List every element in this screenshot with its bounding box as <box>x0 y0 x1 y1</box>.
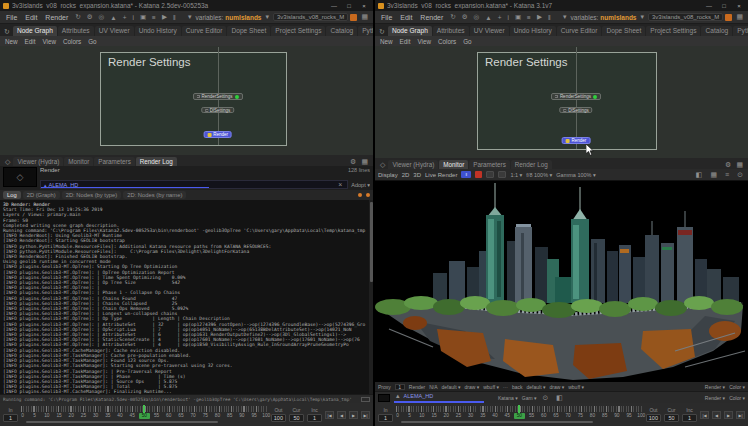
timeline[interactable]: In 1 05101520253035404550556065707580859… <box>0 403 373 426</box>
snapshot-icon[interactable] <box>540 394 550 402</box>
frame-ruler[interactable]: 0510152025303540455055606570758085909510… <box>21 405 268 424</box>
node-flag-icon[interactable] <box>197 95 200 98</box>
jump-start-button[interactable]: |◀ <box>325 411 334 419</box>
inc-field[interactable]: 1 <box>307 414 322 422</box>
frame-ruler[interactable]: 0510152025303540455055606570758085909510… <box>396 405 643 424</box>
pane-gear-icon[interactable] <box>723 161 733 169</box>
jump-end-button[interactable]: ▶| <box>736 411 745 419</box>
pane-icon[interactable] <box>3 158 12 166</box>
frame-number[interactable]: 15 <box>429 413 440 419</box>
layout-grid-icon[interactable] <box>359 13 370 21</box>
frame-number[interactable]: 80 <box>587 413 598 419</box>
viewer-control[interactable]: draw ▾ <box>549 384 564 390</box>
pane-tab[interactable]: Monitor <box>64 157 93 166</box>
display-menu[interactable]: Display <box>378 172 398 178</box>
timeline[interactable]: In 1 05101520253035404550556065707580859… <box>375 403 748 426</box>
frame-number[interactable]: 95 <box>249 413 260 419</box>
inc-field[interactable]: 1 <box>682 414 697 422</box>
viewer-control[interactable]: back <box>512 384 523 390</box>
maximize-button[interactable]: □ <box>718 1 730 11</box>
flag-icon[interactable]: ▣ <box>138 13 148 21</box>
pane-tab[interactable]: Parameters <box>469 160 510 169</box>
timeline-zoombar[interactable] <box>26 421 219 424</box>
frame-number[interactable]: 35 <box>477 413 488 419</box>
log-tab[interactable]: 2D (Graph) <box>23 191 60 199</box>
info-icon[interactable]: i <box>506 14 511 21</box>
filename-chip[interactable]: 3v3islands_v08_rocks_M <box>273 13 348 21</box>
pane-tab[interactable]: Viewer (Hydra) <box>13 157 63 166</box>
viewer-control[interactable]: Render ▾ <box>705 384 725 390</box>
panel-menu-item[interactable]: Edit <box>25 38 36 45</box>
frame-number[interactable]: 35 <box>102 413 113 419</box>
node-render[interactable]: Render <box>203 131 232 138</box>
status-dropdown[interactable]: Render ▾ <box>705 395 725 401</box>
render-thumbnail[interactable] <box>378 394 390 402</box>
log-scrollbar[interactable] <box>369 200 373 394</box>
node-flag-icon[interactable] <box>563 109 566 112</box>
render-status-icon[interactable] <box>725 14 732 21</box>
pane-tab[interactable]: Parameters <box>94 157 135 166</box>
main-tab[interactable]: Curve Editor <box>557 26 602 36</box>
play-button[interactable]: ▶ <box>349 411 358 419</box>
render-status-icon[interactable] <box>350 14 357 21</box>
log-filter-icon[interactable] <box>358 193 362 197</box>
node-rendersettings[interactable]: RenderSettings <box>551 93 601 100</box>
render-viewport[interactable] <box>375 181 748 382</box>
pane-icon[interactable] <box>378 161 387 169</box>
exposure-dropdown[interactable]: f/8 100% ▾ <box>526 172 552 178</box>
view-flag-led-icon[interactable] <box>235 95 239 99</box>
frame-number[interactable]: 20 <box>66 413 77 419</box>
live-render-label[interactable]: Live Render <box>425 172 457 178</box>
pause-icon[interactable]: ‖ <box>546 14 553 21</box>
log-options-icon[interactable] <box>366 193 370 197</box>
pane-tab[interactable]: Viewer (Hydra) <box>388 160 438 169</box>
frame-number[interactable]: 55 <box>526 413 537 419</box>
frame-number[interactable]: 25 <box>78 413 89 419</box>
main-tab[interactable]: Undo History <box>510 26 556 36</box>
render-play-icon[interactable]: ▶ <box>160 13 169 21</box>
node-dlsettings[interactable]: DlSettings <box>201 107 235 113</box>
add-icon[interactable]: + <box>496 14 504 21</box>
add-icon[interactable]: + <box>121 14 129 21</box>
flag-icon[interactable]: ▣ <box>513 13 523 21</box>
frame-number[interactable]: 50 <box>514 413 525 419</box>
pane-grid-icon[interactable] <box>359 158 370 166</box>
log-tab[interactable]: Log <box>3 191 21 199</box>
main-tab[interactable]: Project Settings <box>646 26 700 36</box>
variables-dropdown[interactable]: variables: numIslands <box>186 13 271 21</box>
proxy-field[interactable]: 1 <box>395 384 405 390</box>
pane-tab[interactable]: Render Log <box>511 160 552 169</box>
frame-number[interactable]: 60 <box>163 413 174 419</box>
jump-end-button[interactable]: ▶| <box>361 411 370 419</box>
search-icon[interactable]: ◎ <box>472 13 482 21</box>
roi-button[interactable] <box>486 171 494 178</box>
grid-icon[interactable]: ▦ <box>708 171 719 179</box>
settings-gear-icon[interactable]: ⚙ <box>85 13 95 21</box>
viewer-control[interactable]: Color ▾ <box>729 384 745 390</box>
frame-number[interactable]: 20 <box>441 413 452 419</box>
panel-menu-item[interactable]: Edit <box>400 38 411 45</box>
log-tab[interactable]: 2D: Nodes (by type) <box>62 191 122 199</box>
log-tab[interactable]: 2D: Nodes (by name) <box>123 191 186 199</box>
viewer-control[interactable]: wbuff ▾ <box>568 384 584 390</box>
zoom-ratio-dropdown[interactable]: 1:1 ▾ <box>510 172 522 178</box>
frame-number[interactable]: 85 <box>599 413 610 419</box>
node-dlsettings[interactable]: DlSettings <box>559 107 593 113</box>
frame-number[interactable]: 65 <box>175 413 186 419</box>
playhead[interactable] <box>143 405 145 413</box>
main-tab[interactable]: Dope Sheet <box>227 26 270 36</box>
frame-number[interactable]: 90 <box>236 413 247 419</box>
minimize-button[interactable]: — <box>703 1 715 11</box>
jump-start-button[interactable]: |◀ <box>700 411 709 419</box>
main-tab[interactable]: Node Graph <box>388 26 432 36</box>
node-flag-icon[interactable] <box>555 95 558 98</box>
frame-number[interactable]: 25 <box>453 413 464 419</box>
main-tab[interactable]: Catalog <box>701 26 732 36</box>
main-tab[interactable]: Python <box>358 26 373 36</box>
frame-number[interactable]: 75 <box>200 413 211 419</box>
main-tab[interactable]: Curve Editor <box>182 26 227 36</box>
frame-number[interactable]: 15 <box>54 413 65 419</box>
status-dropdown[interactable]: Katana ▾ <box>498 395 518 401</box>
frame-number[interactable]: 40 <box>490 413 501 419</box>
panel-menu-item[interactable]: Go <box>88 38 96 45</box>
